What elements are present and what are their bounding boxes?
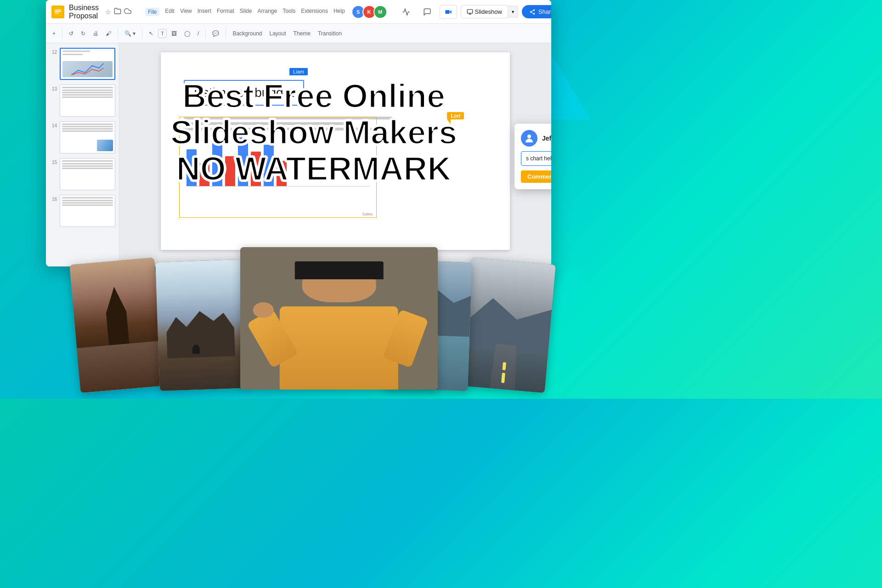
layout-dropdown[interactable]: Layout: [266, 28, 288, 39]
slide-num-12: 12: [50, 48, 57, 55]
slide-thumb-15[interactable]: 15: [49, 157, 116, 191]
toolbar-separator-2: [118, 29, 118, 38]
collab-avatars: S K M: [354, 5, 387, 19]
toolbar-separator-5: [226, 29, 226, 38]
comment-user-name: Jeffery Clark: [542, 135, 551, 142]
main-area: 12 13: [46, 43, 551, 266]
text-tool[interactable]: T: [158, 29, 167, 38]
svg-point-10: [530, 11, 532, 13]
photo-cards-container: [0, 243, 628, 399]
svg-point-14: [527, 135, 531, 138]
background-dropdown[interactable]: Background: [230, 28, 265, 39]
comment-user-avatar: [521, 130, 537, 147]
lori-cursor-pointer: [447, 119, 451, 124]
print-button[interactable]: 🖨: [90, 28, 101, 39]
undo-button[interactable]: ↺: [66, 28, 76, 39]
select-tool[interactable]: ↖: [146, 28, 156, 39]
slide-preview-15[interactable]: [60, 158, 115, 190]
slide-preview-16[interactable]: [60, 195, 115, 227]
shape-tool[interactable]: ◯: [181, 28, 193, 39]
slide-thumb-13[interactable]: 13: [49, 84, 116, 118]
comment-popup: Jeffery Clark s chart helps bridging the…: [514, 124, 551, 189]
insert-button[interactable]: +: [50, 28, 58, 39]
slide-canvas: Liam Estimated budget: [161, 52, 510, 250]
liam-cursor-label: Liam: [289, 68, 308, 75]
slide-num-14: 14: [50, 121, 57, 128]
chart-container[interactable]: Sales: [179, 117, 377, 218]
toolbar-right: Slideshow ▾ Share U: [397, 5, 551, 19]
comment-submit-button[interactable]: Comment: [521, 170, 551, 183]
photo-card-coast: [155, 260, 245, 391]
toolbar-separator-1: [62, 29, 62, 38]
slide-thumb-16[interactable]: 16: [49, 194, 116, 228]
comment-tool[interactable]: 💬: [209, 28, 222, 39]
toolbar: + ↺ ↻ 🖨 🖌 🔍 ▾ ↖ T 🖼 ◯ / 💬 Background Lay…: [46, 24, 551, 43]
svg-rect-4: [445, 10, 449, 14]
slide-thumb-12[interactable]: 12: [49, 47, 116, 81]
svg-line-12: [531, 12, 533, 13]
slideshow-dropdown-arrow[interactable]: ▾: [508, 6, 518, 17]
comment-actions: Comment Cancel: [521, 170, 551, 183]
slide-panel: 12 13: [46, 43, 119, 266]
svg-point-9: [533, 9, 535, 11]
toolbar-separator-3: [142, 29, 142, 38]
slide-num-13: 13: [50, 85, 57, 91]
collab-avatar-3: M: [373, 5, 387, 19]
chart-inner: Sales: [180, 117, 376, 217]
folder-icon[interactable]: [114, 7, 121, 16]
slide-preview-14[interactable]: [60, 121, 115, 153]
svg-rect-3: [55, 12, 58, 13]
paint-format-button[interactable]: 🖌: [103, 28, 114, 39]
slide-preview-13[interactable]: [60, 85, 115, 117]
cloud-icon: [124, 7, 131, 16]
image-tool[interactable]: 🖼: [169, 28, 180, 39]
comment-text-input[interactable]: s chart helps bridging the story!: [521, 151, 551, 166]
title-icons: ☆: [105, 7, 131, 16]
comment-button[interactable]: [418, 5, 436, 19]
line-tool[interactable]: /: [195, 28, 202, 39]
photo-card-road: [460, 257, 556, 393]
svg-line-13: [531, 10, 533, 11]
svg-rect-2: [55, 11, 61, 12]
share-button[interactable]: Share: [522, 5, 551, 18]
activity-button[interactable]: [397, 5, 415, 19]
slide-preview-12[interactable]: [60, 48, 115, 80]
star-icon[interactable]: ☆: [105, 8, 111, 16]
lori-cursor-label: Lori: [447, 112, 464, 119]
redo-button[interactable]: ↻: [78, 28, 88, 39]
slides-app-window: Business Proposal ☆ File EditViewInsertF…: [46, 0, 551, 266]
slides-logo: [51, 6, 64, 18]
slideshow-button-group: Slideshow ▾: [461, 5, 518, 18]
menu-bar: File EditViewInsertFormatSlideArrangeToo…: [145, 8, 345, 16]
svg-marker-5: [449, 10, 451, 14]
slide-num-15: 15: [50, 158, 57, 165]
transition-dropdown[interactable]: Transition: [315, 28, 345, 39]
canvas-area: Liam Estimated budget: [119, 43, 551, 266]
photo-card-church: [69, 257, 165, 393]
svg-rect-6: [467, 9, 473, 13]
zoom-dropdown[interactable]: 🔍 ▾: [122, 28, 138, 39]
document-title: Business Proposal: [69, 4, 99, 20]
meet-button[interactable]: [440, 5, 457, 19]
svg-point-11: [533, 13, 535, 15]
title-bar: Business Proposal ☆ File EditViewInsertF…: [46, 0, 551, 24]
budget-text-box[interactable]: Liam Estimated budget: [184, 80, 304, 106]
theme-dropdown[interactable]: Theme: [291, 28, 313, 39]
budget-text: Estimated budget: [194, 85, 294, 100]
slide-thumb-14[interactable]: 14: [49, 120, 116, 154]
slideshow-button[interactable]: Slideshow: [461, 5, 508, 18]
comment-header: Jeffery Clark: [521, 130, 551, 147]
svg-rect-1: [55, 10, 61, 11]
lori-cursor: Lori: [447, 112, 464, 124]
toolbar-separator-4: [205, 29, 206, 38]
photo-card-person: [240, 247, 438, 390]
slide-num-16: 16: [50, 195, 57, 202]
